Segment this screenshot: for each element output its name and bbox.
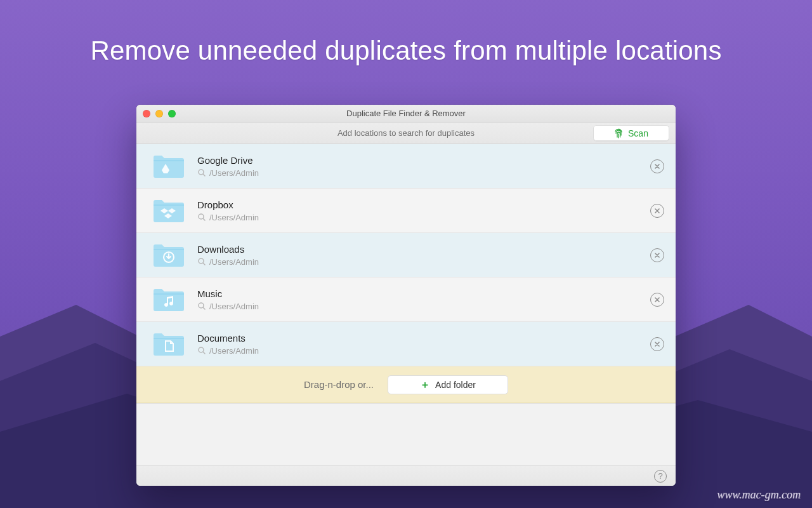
help-button[interactable]: ? (654, 470, 667, 483)
location-path-text: /Users/Admin (209, 257, 259, 267)
location-path-text: /Users/Admin (209, 302, 259, 311)
folder-dropbox-icon (152, 197, 186, 225)
location-path-text: /Users/Admin (209, 168, 259, 178)
svg-line-8 (203, 307, 205, 309)
svg-line-1 (203, 174, 205, 176)
location-path: /Users/Admin (197, 346, 650, 356)
location-row[interactable]: Documents/Users/Admin (136, 322, 676, 366)
location-path: /Users/Admin (197, 213, 650, 222)
location-path-text: /Users/Admin (209, 346, 259, 356)
location-name: Google Drive (197, 155, 650, 166)
window-title: Duplicate File Finder & Remover (136, 109, 676, 118)
location-name: Dropbox (197, 199, 650, 210)
svg-line-6 (203, 263, 205, 265)
fingerprint-icon (614, 128, 623, 138)
titlebar: Duplicate File Finder & Remover (136, 105, 676, 123)
drop-zone[interactable]: Drag-n-drop or... ＋ Add folder (136, 366, 676, 403)
location-path: /Users/Admin (197, 168, 650, 178)
magnifier-icon (197, 213, 206, 222)
location-name: Documents (197, 333, 650, 344)
location-text: Google Drive/Users/Admin (197, 155, 650, 178)
location-path-text: /Users/Admin (209, 213, 259, 222)
toolbar-hint: Add locations to search for duplicates (337, 128, 475, 138)
remove-location-button[interactable] (650, 293, 664, 307)
location-text: Music/Users/Admin (197, 288, 650, 311)
magnifier-icon (197, 257, 206, 266)
remove-location-button[interactable] (650, 204, 664, 218)
toolbar: Add locations to search for duplicates S… (136, 123, 676, 144)
location-row[interactable]: Google Drive/Users/Admin (136, 144, 676, 189)
location-row[interactable]: Downloads/Users/Admin (136, 233, 676, 277)
location-text: Documents/Users/Admin (197, 333, 650, 356)
svg-line-3 (203, 218, 205, 220)
plus-icon: ＋ (420, 380, 430, 390)
footer: ? (136, 465, 676, 486)
window-spacer (136, 403, 676, 465)
svg-line-10 (203, 352, 205, 354)
folder-documents-icon (152, 330, 186, 358)
marketing-headline: Remove unneeded duplicates from multiple… (0, 36, 812, 66)
magnifier-icon (197, 168, 206, 177)
locations-list: Google Drive/Users/Admin Dropbox/Users/A… (136, 144, 676, 366)
magnifier-icon (197, 346, 206, 355)
add-folder-label: Add folder (435, 380, 476, 390)
remove-location-button[interactable] (650, 337, 664, 351)
folder-downloads-icon (152, 241, 186, 269)
location-path: /Users/Admin (197, 302, 650, 311)
location-path: /Users/Admin (197, 257, 650, 267)
location-text: Downloads/Users/Admin (197, 244, 650, 267)
location-row[interactable]: Music/Users/Admin (136, 277, 676, 322)
folder-music-icon (152, 286, 186, 314)
location-name: Music (197, 288, 650, 299)
app-window: Duplicate File Finder & Remover Add loca… (136, 105, 676, 486)
magnifier-icon (197, 302, 206, 311)
location-name: Downloads (197, 244, 650, 255)
location-row[interactable]: Dropbox/Users/Admin (136, 189, 676, 233)
remove-location-button[interactable] (650, 248, 664, 262)
watermark: www.mac-gm.com (717, 488, 801, 502)
folder-google-drive-icon (152, 152, 186, 180)
drop-hint: Drag-n-drop or... (304, 379, 374, 390)
scan-button-label: Scan (628, 128, 648, 138)
location-text: Dropbox/Users/Admin (197, 199, 650, 222)
remove-location-button[interactable] (650, 159, 664, 173)
scan-button[interactable]: Scan (593, 125, 669, 141)
add-folder-button[interactable]: ＋ Add folder (388, 375, 508, 394)
